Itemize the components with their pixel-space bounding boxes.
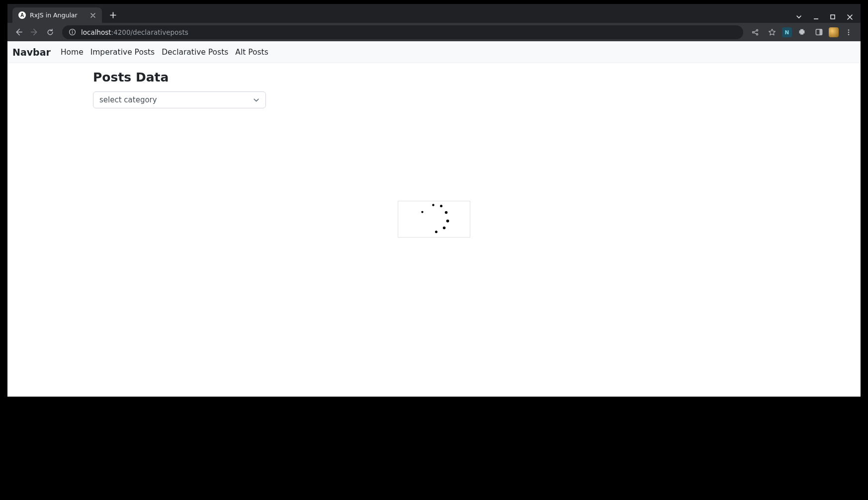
tab-title: RxJS in Angular: [30, 11, 85, 19]
menu-button[interactable]: [842, 25, 856, 39]
share-button[interactable]: [748, 25, 762, 39]
loading-indicator: [398, 201, 470, 238]
svg-point-9: [848, 29, 850, 31]
side-panel-button[interactable]: [812, 25, 826, 39]
tab-strip: A RxJS in Angular: [7, 4, 861, 23]
close-tab-button[interactable]: [89, 11, 97, 19]
select-placeholder: select category: [99, 95, 157, 104]
minimize-button[interactable]: [812, 14, 820, 20]
url-host: localhost: [81, 28, 111, 36]
svg-point-5: [756, 29, 758, 31]
nav-link-alt-posts[interactable]: Alt Posts: [235, 48, 268, 57]
page-title: Posts Data: [93, 70, 861, 84]
svg-point-10: [848, 31, 850, 33]
desktop: A RxJS in Angular: [0, 0, 868, 500]
chevron-down-icon[interactable]: [795, 14, 803, 20]
page-content: Posts Data select category: [7, 63, 861, 108]
navbar-brand[interactable]: Navbar: [12, 47, 51, 58]
nav-link-imperative-posts[interactable]: Imperative Posts: [90, 48, 155, 57]
toolbar-right: N: [748, 25, 857, 39]
extensions-button[interactable]: [795, 25, 809, 39]
angular-favicon-icon: A: [18, 11, 26, 19]
new-tab-button[interactable]: [106, 8, 120, 22]
svg-point-6: [756, 33, 758, 35]
close-window-button[interactable]: [846, 14, 854, 20]
url-text: localhost:4200/declarativeposts: [81, 28, 188, 36]
svg-rect-3: [72, 32, 72, 34]
page-viewport: Navbar Home Imperative Posts Declarative…: [7, 41, 861, 397]
address-bar[interactable]: localhost:4200/declarativeposts: [62, 25, 743, 39]
profile-avatar[interactable]: [829, 27, 839, 37]
svg-rect-8: [819, 29, 822, 35]
category-select[interactable]: select category: [93, 91, 266, 108]
window-controls: [795, 14, 861, 23]
svg-point-11: [848, 34, 850, 35]
bookmark-button[interactable]: [765, 25, 779, 39]
browser-toolbar: localhost:4200/declarativeposts N: [7, 23, 861, 41]
url-path: :4200/declarativeposts: [111, 28, 188, 36]
nav-link-declarative-posts[interactable]: Declarative Posts: [162, 48, 228, 57]
forward-button[interactable]: [27, 25, 41, 39]
reload-button[interactable]: [43, 25, 57, 39]
browser-tab[interactable]: A RxJS in Angular: [12, 7, 102, 23]
svg-point-2: [72, 30, 73, 31]
browser-window: A RxJS in Angular: [7, 4, 861, 397]
svg-point-4: [752, 31, 754, 33]
app-navbar: Navbar Home Imperative Posts Declarative…: [7, 41, 861, 63]
maximize-button[interactable]: [829, 14, 837, 19]
nav-link-home[interactable]: Home: [61, 48, 84, 57]
extension-badge-a[interactable]: N: [782, 27, 792, 37]
chevron-down-icon: [253, 97, 260, 103]
site-info-icon[interactable]: [68, 28, 76, 36]
back-button[interactable]: [11, 25, 25, 39]
svg-rect-0: [831, 15, 835, 19]
